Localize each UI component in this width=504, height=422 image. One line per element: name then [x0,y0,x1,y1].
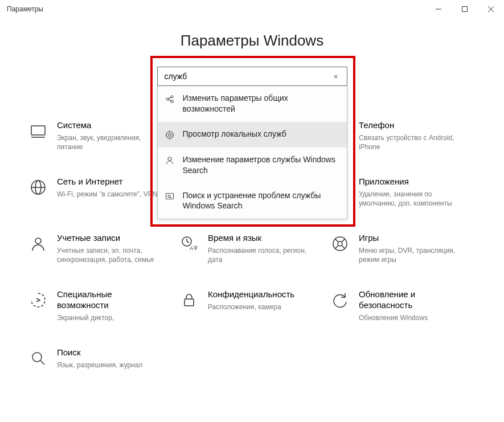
category-title: Конфиденциальность [208,289,310,300]
svg-point-29 [35,238,41,244]
search-icon [28,349,48,368]
category-apps[interactable]: Приложения Удаление, значения по умолчан… [330,177,476,208]
suggestion-label: Просмотр локальных служб [183,129,339,140]
share-icon [165,94,175,104]
category-system[interactable]: Система Экран, звук, уведомления, питани… [28,120,174,151]
category-title: Приложения [359,177,461,187]
clear-search-button[interactable]: × [328,67,344,86]
category-network[interactable]: Сеть и Интернет Wi-Fi, режим "в самолете… [28,177,174,208]
privacy-icon [179,290,199,310]
svg-line-36 [335,239,339,243]
suggestion-label: Изменить параметры общих возможностей [183,93,339,114]
minimize-button[interactable] [425,0,452,18]
svg-point-15 [168,157,171,161]
category-desc: Учетные записи, эл. почта, синхронизация… [57,246,159,264]
svg-line-18 [170,197,171,198]
category-title: Специальные возможности [57,289,159,311]
category-desc: Распознавание голоса, регион, дата [208,246,310,264]
suggestion-item[interactable]: Изменение параметров службы Windows Sear… [158,148,347,183]
maximize-button[interactable] [452,0,478,18]
category-phone[interactable]: Телефон Связать устройство с Android, iP… [330,120,476,151]
suggestion-item[interactable]: Изменить параметры общих возможностей [158,86,347,122]
close-button[interactable] [478,0,504,18]
svg-point-35 [338,241,342,246]
accounts-icon [28,234,48,253]
svg-point-9 [168,133,171,136]
svg-line-38 [335,245,339,249]
svg-point-5 [171,96,173,98]
category-title: Время и язык [208,233,310,244]
category-title: Сеть и Интернет [57,177,159,187]
category-desc: Обновления Windows [359,313,461,322]
svg-rect-40 [185,299,194,306]
category-desc: Удаление, значения по умолчанию, доп. ко… [359,190,461,208]
find-icon [165,191,175,202]
suggestion-label: Изменение параметров службы Windows Sear… [183,154,339,176]
category-desc: Язык, разрешения, журнал [57,360,159,370]
page-title: Параметры Windows [0,32,504,50]
svg-text:A字: A字 [190,245,198,251]
category-desc: Связать устройство с Android, iPhone [359,133,461,151]
search-container: × Изменить параметры общих возможностей [157,67,347,86]
svg-rect-16 [166,193,173,199]
category-title: Учетные записи [57,233,159,244]
category-title: Система [57,120,159,131]
gaming-icon [330,234,350,253]
category-desc: Экранный диктор, [57,313,159,322]
window-title: Параметры [7,5,43,13]
svg-point-4 [166,98,169,100]
system-icon [28,121,48,141]
category-search[interactable]: Поиск Язык, разрешения, журнал [28,347,174,370]
category-time-language[interactable]: A字 Время и язык Распознавание голоса, ре… [179,233,325,264]
suggestion-item[interactable]: Поиск и устранение проблем службы Window… [158,183,347,219]
titlebar: Параметры [0,0,504,18]
category-gaming[interactable]: Игры Меню игры, DVR, трансляция, режим и… [330,233,476,264]
time-language-icon: A字 [179,234,199,253]
category-update-security[interactable]: Обновление и безопасность Обновления Win… [330,289,476,322]
category-ease-of-access[interactable]: Специальные возможности Экранный диктор, [28,289,174,322]
suggestion-item[interactable]: Просмотр локальных служб [158,122,347,148]
svg-point-41 [32,353,42,362]
category-desc: Экран, звук, уведомления, питание [57,133,159,151]
category-desc: Wi-Fi, режим "в самолете", VPN [57,190,159,199]
svg-line-32 [187,241,189,243]
network-icon [28,178,48,197]
user-icon [165,155,175,166]
svg-line-7 [168,97,171,99]
suggestion-label: Поиск и устранение проблем службы Window… [183,190,339,212]
category-title: Поиск [57,347,159,358]
svg-rect-1 [462,7,468,12]
search-input[interactable] [157,67,347,86]
category-title: Обновление и безопасность [359,289,461,311]
ease-of-access-icon [28,290,48,310]
svg-line-42 [40,360,44,364]
svg-point-17 [168,195,170,197]
svg-point-6 [171,100,173,103]
category-desc: Меню игры, DVR, трансляция, режим игры [359,246,461,264]
update-icon [330,290,350,310]
gear-icon [165,130,175,140]
category-title: Игры [359,233,461,244]
svg-point-10 [166,132,173,138]
svg-line-37 [342,239,345,243]
category-accounts[interactable]: Учетные записи Учетные записи, эл. почта… [28,233,174,264]
category-title: Телефон [359,120,461,131]
svg-line-39 [342,245,345,249]
svg-line-8 [168,100,171,101]
search-suggestions: Изменить параметры общих возможностей Пр… [157,86,347,219]
svg-rect-19 [31,126,45,135]
category-privacy[interactable]: Конфиденциальность Расположение, камера [179,289,325,322]
category-desc: Расположение, камера [208,302,310,312]
